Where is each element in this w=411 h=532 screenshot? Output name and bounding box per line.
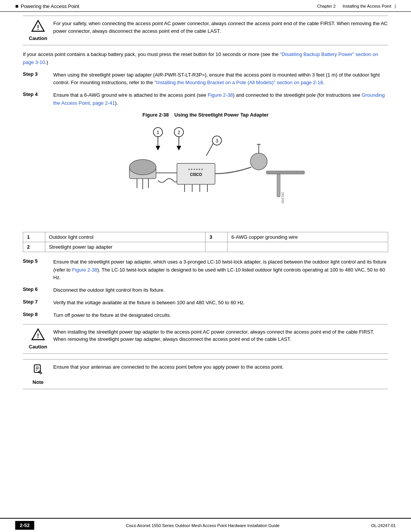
caution-label-1: ! Caution <box>23 20 53 41</box>
figure-title: Using the Streetlight Power Tap Adapter <box>174 112 269 118</box>
svg-text:3: 3 <box>216 138 218 144</box>
figure-diagram: 1 2 3 <box>99 121 312 224</box>
caution-content-1: For your safety, when connecting the acc… <box>53 20 388 35</box>
note-block-1: Note Ensure that your antennas are conne… <box>23 359 388 389</box>
step-5-content: Ensure that the streetlight power tap ad… <box>53 258 388 282</box>
header-chapter: Chapter 2 <box>317 4 336 8</box>
svg-rect-27 <box>266 171 304 174</box>
caution-block-2: ! Caution When installing the streetligh… <box>23 324 388 354</box>
svg-point-24 <box>250 153 267 170</box>
caution-label-2: ! Caution <box>23 328 53 350</box>
caution-content-2: When installing the streetlight power ta… <box>53 328 388 343</box>
header-section-label: ■ Powering the Access Point <box>15 3 79 9</box>
table-row-1: 1 Outdoor light control 3 6-AWG copper g… <box>23 232 388 242</box>
svg-text:!: ! <box>37 333 39 339</box>
svg-rect-28 <box>277 174 280 197</box>
step3-text-after: . <box>323 80 325 85</box>
step4-text-mid: ) and connected to the streetlight pole … <box>233 92 362 98</box>
step5-text-after: ). The LC-10 twist-lock adapter is desig… <box>53 267 385 281</box>
caution-block-1: ! Caution For your safety, when connecti… <box>23 16 388 45</box>
note-icon-1 <box>32 363 44 378</box>
step-8-content: Turn off power to the fixture at the des… <box>53 312 388 320</box>
step-4-block: Step 4 Ensure that a 6-AWG ground wire i… <box>23 91 388 107</box>
step-4-label: Step 4 <box>23 91 53 97</box>
figure-number: Figure 2-38 <box>142 112 169 118</box>
table-desc-3: 6-AWG copper grounding wire <box>228 232 388 242</box>
caution-icon-2: ! <box>31 328 45 342</box>
svg-text:!: ! <box>37 24 39 31</box>
svg-point-13 <box>129 160 156 175</box>
step4-text-before: Ensure that a 6-AWG ground wire is attac… <box>53 92 208 98</box>
step-8-label: Step 8 <box>23 312 53 317</box>
step-3-label: Step 3 <box>23 71 53 77</box>
step-7-block: Step 7 Verify that the voltage available… <box>23 299 388 307</box>
svg-text:CISCO: CISCO <box>190 173 202 177</box>
note-label-1: Note <box>23 363 53 385</box>
para1-text-after: .) <box>45 59 48 65</box>
main-content: ! Caution For your safety, when connecti… <box>0 12 411 402</box>
paragraph-1: If your access point contains a backup b… <box>23 51 388 67</box>
numbered-table: 1 Outdoor light control 3 6-AWG copper g… <box>23 232 388 252</box>
page-footer: 2-52 Cisco Aironet 1550 Series Outdoor M… <box>0 518 411 532</box>
step-3-content: When using the streetlight power tap ada… <box>53 71 388 87</box>
step-6-content: Disconnect the outdoor light control fro… <box>53 286 388 294</box>
svg-text:1: 1 <box>157 130 159 135</box>
step-3-block: Step 3 When using the streetlight power … <box>23 71 388 87</box>
step-5-block: Step 5 Ensure that the streetlight power… <box>23 258 388 282</box>
header-chapter-title: Installing the Access Point <box>342 4 391 8</box>
svg-text:●●●●●●: ●●●●●● <box>188 168 204 171</box>
footer-doc-number: OL-24247-01 <box>371 523 396 528</box>
header-chapter-info: Chapter 2 Installing the Access Point | <box>317 4 396 8</box>
table-num-2: 2 <box>23 242 45 252</box>
table-num-1: 1 <box>23 232 45 242</box>
table-row-2: 2 Streetlight power tap adapter <box>23 242 388 252</box>
header-bullet-icon: ■ <box>15 3 18 9</box>
svg-text:2: 2 <box>178 130 180 135</box>
figure-caption: Figure 2-38 Using the Streetlight Power … <box>23 112 388 118</box>
figure-diagram-container: 1 2 3 <box>23 121 388 224</box>
step4-link1[interactable]: Figure 2-38 <box>208 92 233 98</box>
step-7-content: Verify that the voltage available at the… <box>53 299 388 307</box>
table-num-empty <box>206 242 228 252</box>
step3-link[interactable]: "Installing the Mounting Bracket on a Po… <box>155 80 323 85</box>
footer-document-title: Cisco Aironet 1550 Series Outdoor Mesh A… <box>126 523 280 528</box>
step-6-block: Step 6 Disconnect the outdoor light cont… <box>23 286 388 294</box>
note-text-label-1: Note <box>33 379 44 385</box>
step5-link[interactable]: Figure 2-38 <box>72 267 97 273</box>
para1-text-before: If your access point contains a backup b… <box>23 51 280 57</box>
svg-text:281939: 281939 <box>281 192 285 203</box>
table-desc-1: Outdoor light control <box>45 232 206 242</box>
step-5-label: Step 5 <box>23 258 53 264</box>
step-8-block: Step 8 Turn off power to the fixture at … <box>23 312 388 320</box>
caution-icon-1: ! <box>31 20 45 34</box>
step-7-label: Step 7 <box>23 299 53 305</box>
footer-page-number: 2-52 <box>15 521 34 530</box>
table-desc-2: Streetlight power tap adapter <box>45 242 206 252</box>
step-4-content: Ensure that a 6-AWG ground wire is attac… <box>53 91 388 107</box>
table-desc-empty <box>228 242 388 252</box>
header-section-text: Powering the Access Point <box>21 3 79 9</box>
caution-text-label-2: Caution <box>29 344 47 350</box>
page-header: ■ Powering the Access Point Chapter 2 In… <box>0 0 411 12</box>
table-num-3: 3 <box>206 232 228 242</box>
note-content-1: Ensure that your antennas are connected … <box>53 363 388 371</box>
step-6-label: Step 6 <box>23 286 53 292</box>
caution-text-label-1: Caution <box>29 35 47 41</box>
step4-text-after: ). <box>115 100 118 106</box>
